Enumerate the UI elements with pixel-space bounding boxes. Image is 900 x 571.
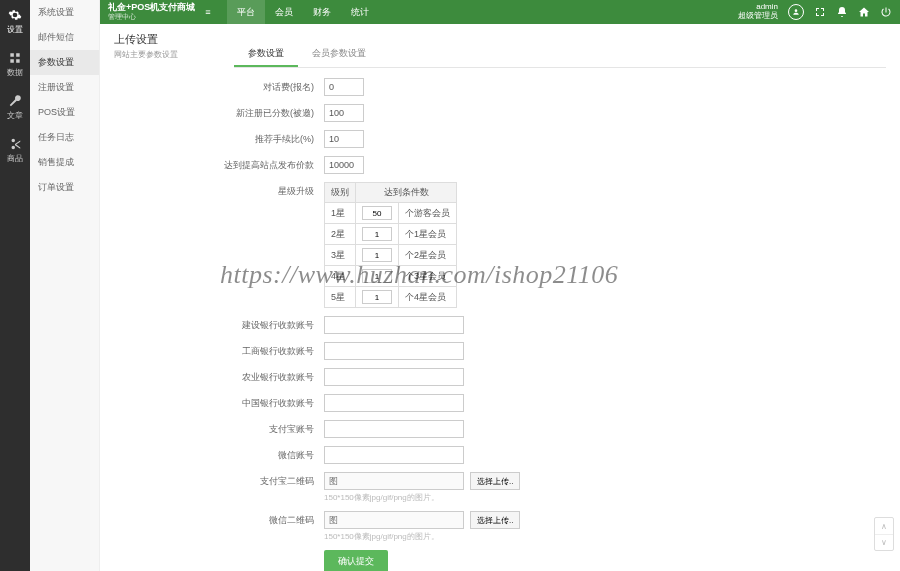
menu-toggle[interactable]: ≡ bbox=[199, 7, 216, 17]
f1-input[interactable] bbox=[324, 78, 364, 96]
wechat-qr-path[interactable] bbox=[324, 511, 464, 529]
fullscreen-icon[interactable] bbox=[814, 6, 826, 18]
nav-tasklog[interactable]: 任务日志 bbox=[30, 125, 99, 150]
table-row: 4星个3星会员 bbox=[325, 266, 457, 287]
r2-input[interactable] bbox=[362, 227, 392, 241]
nav-register[interactable]: 注册设置 bbox=[30, 75, 99, 100]
bank3-label: 农业银行收款账号 bbox=[114, 368, 324, 384]
rail-goods[interactable]: 商品 bbox=[7, 137, 23, 164]
nav-order[interactable]: 订单设置 bbox=[30, 175, 99, 200]
nav-system[interactable]: 系统设置 bbox=[30, 0, 99, 25]
table-row: 3星个2星会员 bbox=[325, 245, 457, 266]
bank3-input[interactable] bbox=[324, 368, 464, 386]
f4-input[interactable] bbox=[324, 156, 364, 174]
bank1-label: 建设银行收款账号 bbox=[114, 316, 324, 332]
topnav-finance[interactable]: 财务 bbox=[303, 0, 341, 24]
float-buttons: ∧ ∨ bbox=[874, 517, 894, 551]
r5-input[interactable] bbox=[362, 290, 392, 304]
star-table: 级别达到条件数 1星个游客会员 2星个1星会员 3星个2星会员 4星个3星会员 … bbox=[324, 182, 457, 308]
topnav-stats[interactable]: 统计 bbox=[341, 0, 379, 24]
f4-label: 达到提高站点发布价款 bbox=[114, 156, 324, 172]
alipay-qr-upload[interactable]: 选择上传.. bbox=[470, 472, 520, 490]
gear-icon bbox=[8, 8, 22, 22]
topnav-member[interactable]: 会员 bbox=[265, 0, 303, 24]
rail-article[interactable]: 文章 bbox=[7, 94, 23, 121]
power-icon[interactable] bbox=[880, 6, 892, 18]
wechat-label: 微信账号 bbox=[114, 446, 324, 462]
f2-label: 新注册已分数(被邀) bbox=[114, 104, 324, 120]
bank1-input[interactable] bbox=[324, 316, 464, 334]
wrench-icon bbox=[8, 94, 22, 108]
scissors-icon bbox=[8, 137, 22, 151]
topnav-platform[interactable]: 平台 bbox=[227, 0, 265, 24]
table-row: 5星个4星会员 bbox=[325, 287, 457, 308]
left-rail: 设置 数据 文章 商品 bbox=[0, 0, 30, 571]
rail-settings[interactable]: 设置 bbox=[7, 8, 23, 35]
f3-input[interactable] bbox=[324, 130, 364, 148]
r3-input[interactable] bbox=[362, 248, 392, 262]
side-nav: 系统设置 邮件短信 参数设置 注册设置 POS设置 任务日志 销售提成 订单设置 bbox=[30, 0, 100, 571]
user-icon bbox=[792, 8, 800, 16]
rail-data[interactable]: 数据 bbox=[7, 51, 23, 78]
wechat-input[interactable] bbox=[324, 446, 464, 464]
alipay-input[interactable] bbox=[324, 420, 464, 438]
bank2-input[interactable] bbox=[324, 342, 464, 360]
alipay-qr-label: 支付宝二维码 bbox=[114, 472, 324, 488]
scroll-up-button[interactable]: ∧ bbox=[875, 518, 893, 534]
brand-sub: 管理中心 bbox=[108, 12, 195, 22]
wechat-qr-hint: 150*150像素jpg/gif/png的图片。 bbox=[324, 531, 886, 542]
nav-mail[interactable]: 邮件短信 bbox=[30, 25, 99, 50]
user-block: admin 超级管理员 bbox=[738, 3, 778, 21]
star-label: 星级升级 bbox=[114, 182, 324, 198]
f2-input[interactable] bbox=[324, 104, 364, 122]
topbar: 礼金+POS机支付商城 管理中心 ≡ 平台 会员 财务 统计 admin 超级管… bbox=[100, 0, 900, 24]
data-icon bbox=[8, 51, 22, 65]
tab-member-params[interactable]: 会员参数设置 bbox=[298, 42, 380, 67]
submit-button[interactable]: 确认提交 bbox=[324, 550, 388, 571]
alipay-qr-hint: 150*150像素jpg/gif/png的图片。 bbox=[324, 492, 886, 503]
brand-title: 礼金+POS机支付商城 bbox=[108, 3, 195, 12]
bell-icon[interactable] bbox=[836, 6, 848, 18]
home-icon[interactable] bbox=[858, 6, 870, 18]
f1-label: 对话费(报名) bbox=[114, 78, 324, 94]
bank4-label: 中国银行收款账号 bbox=[114, 394, 324, 410]
nav-pos[interactable]: POS设置 bbox=[30, 100, 99, 125]
bank4-input[interactable] bbox=[324, 394, 464, 412]
table-row: 2星个1星会员 bbox=[325, 224, 457, 245]
bank2-label: 工商银行收款账号 bbox=[114, 342, 324, 358]
scroll-down-button[interactable]: ∨ bbox=[875, 534, 893, 550]
nav-commission[interactable]: 销售提成 bbox=[30, 150, 99, 175]
tab-params[interactable]: 参数设置 bbox=[234, 42, 298, 67]
wechat-qr-label: 微信二维码 bbox=[114, 511, 324, 527]
table-row: 1星个游客会员 bbox=[325, 203, 457, 224]
r4-input[interactable] bbox=[362, 269, 392, 283]
avatar-dropdown[interactable] bbox=[788, 4, 804, 20]
alipay-qr-path[interactable] bbox=[324, 472, 464, 490]
alipay-label: 支付宝账号 bbox=[114, 420, 324, 436]
wechat-qr-upload[interactable]: 选择上传.. bbox=[470, 511, 520, 529]
f3-label: 推荐手续比(%) bbox=[114, 130, 324, 146]
r1-input[interactable] bbox=[362, 206, 392, 220]
nav-params[interactable]: 参数设置 bbox=[30, 50, 99, 75]
